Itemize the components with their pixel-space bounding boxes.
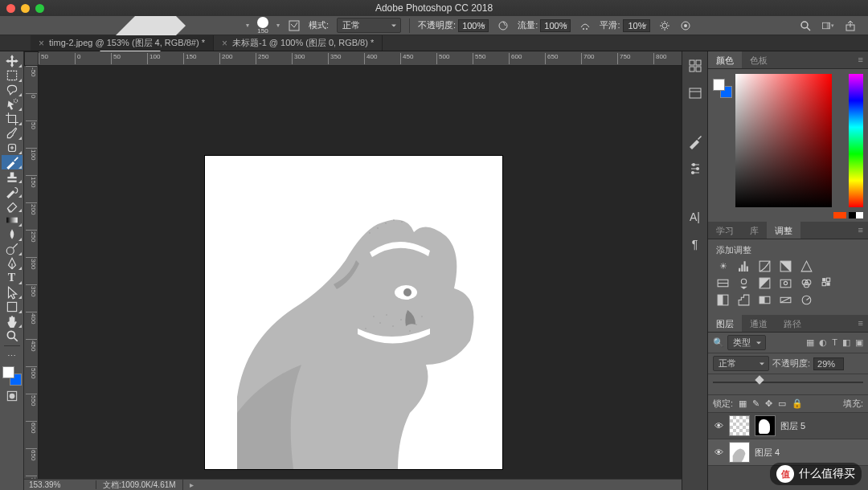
- layer-name[interactable]: 图层 5: [780, 420, 805, 432]
- brush-settings-panel-icon[interactable]: [687, 161, 703, 177]
- exposure-icon[interactable]: [779, 259, 792, 273]
- type-tool[interactable]: T: [2, 271, 23, 285]
- eraser-tool[interactable]: [2, 198, 23, 213]
- brightness-contrast-icon[interactable]: ☀: [716, 259, 730, 273]
- airbrush-icon[interactable]: [579, 19, 592, 32]
- maximize-window-button[interactable]: [35, 4, 44, 13]
- flow-input[interactable]: 100%: [540, 19, 571, 32]
- lock-all-icon[interactable]: 🔒: [792, 398, 803, 409]
- panel-menu-icon[interactable]: ≡: [854, 222, 868, 239]
- layer-row[interactable]: 👁 图层 5: [708, 413, 868, 439]
- zoom-tool[interactable]: [2, 329, 23, 343]
- workspace-switcher-icon[interactable]: ▾: [821, 19, 834, 32]
- photo-filter-icon[interactable]: [779, 276, 792, 290]
- layer-opacity-input[interactable]: 29%: [813, 357, 844, 370]
- filter-type-icon[interactable]: T: [832, 337, 837, 348]
- doc-tab-1[interactable]: × 未标题-1 @ 100% (图层 0, RGB/8) *: [214, 35, 383, 51]
- pen-tool[interactable]: [2, 256, 23, 271]
- document-canvas[interactable]: [205, 156, 502, 469]
- ruler-origin[interactable]: [24, 51, 39, 66]
- selective-color-icon[interactable]: [800, 293, 813, 307]
- doc-tab-0[interactable]: × timg-2.jpeg @ 153% (图层 4, RGB/8#) *: [31, 35, 214, 51]
- close-window-button[interactable]: [6, 4, 15, 13]
- brushes-panel-icon[interactable]: [687, 133, 703, 149]
- hue-sat-icon[interactable]: [716, 276, 730, 290]
- filter-search-icon[interactable]: 🔍: [713, 337, 724, 348]
- tab-adjustments[interactable]: 调整: [767, 222, 800, 239]
- lock-artboard-icon[interactable]: ▭: [778, 398, 786, 409]
- layer-name[interactable]: 图层 4: [755, 447, 780, 459]
- black-white-icon[interactable]: [758, 276, 772, 290]
- tab-paths[interactable]: 路径: [776, 315, 809, 332]
- vibrance-icon[interactable]: [800, 259, 813, 273]
- blend-mode-select[interactable]: 正常: [337, 18, 401, 33]
- search-icon[interactable]: [799, 19, 812, 32]
- visibility-toggle-icon[interactable]: 👁: [713, 447, 724, 457]
- channel-mixer-icon[interactable]: [800, 276, 813, 290]
- lock-position-icon[interactable]: ✥: [765, 398, 772, 409]
- marquee-tool[interactable]: [2, 68, 23, 83]
- close-tab-icon[interactable]: ×: [222, 38, 227, 49]
- lasso-tool[interactable]: [2, 83, 23, 97]
- shape-tool[interactable]: [2, 300, 23, 314]
- quick-select-tool[interactable]: [2, 97, 23, 112]
- layer-thumbnail[interactable]: [729, 442, 750, 463]
- crop-tool[interactable]: [2, 112, 23, 126]
- stamp-tool[interactable]: [2, 169, 23, 184]
- doc-info[interactable]: 文档:1009.0K/4.61M: [96, 480, 183, 491]
- gradient-tool[interactable]: [2, 213, 23, 227]
- color-lookup-icon[interactable]: [821, 276, 834, 290]
- color-panel-swatches[interactable]: [713, 76, 732, 98]
- panel-menu-icon[interactable]: ≡: [854, 51, 868, 68]
- tab-swatches[interactable]: 色板: [742, 51, 776, 68]
- opacity-slider[interactable]: [713, 377, 863, 388]
- history-brush-tool[interactable]: [2, 184, 23, 198]
- brush-panel-toggle-icon[interactable]: [288, 19, 301, 32]
- color-field[interactable]: [735, 74, 832, 207]
- paragraph-panel-icon[interactable]: ¶: [687, 236, 703, 252]
- hue-slider[interactable]: [849, 74, 863, 207]
- tab-color[interactable]: 颜色: [708, 51, 742, 68]
- layer-blend-mode[interactable]: 正常: [713, 356, 769, 371]
- threshold-icon[interactable]: [758, 293, 772, 307]
- brush-preview[interactable]: 150: [257, 17, 268, 35]
- foreground-color[interactable]: [2, 366, 14, 378]
- quickmask-toggle[interactable]: [2, 389, 23, 403]
- brush-tool[interactable]: [2, 155, 23, 169]
- lock-transparency-icon[interactable]: ▦: [739, 398, 747, 409]
- filter-pixel-icon[interactable]: ▦: [806, 337, 814, 348]
- minimize-window-button[interactable]: [21, 4, 30, 13]
- tab-channels[interactable]: 通道: [742, 315, 776, 332]
- opacity-input[interactable]: 100%: [458, 19, 489, 32]
- hand-tool[interactable]: [2, 314, 23, 329]
- edit-toolbar-icon[interactable]: ⋯: [2, 349, 23, 363]
- ruler-vertical[interactable]: -500501001502002503003504004505005506006…: [24, 66, 39, 479]
- smoothing-options-icon[interactable]: [658, 19, 671, 32]
- pressure-size-icon[interactable]: [679, 19, 692, 32]
- canvas-area[interactable]: 5005010015020025030035040045050055060065…: [24, 51, 682, 490]
- posterize-icon[interactable]: [737, 293, 751, 307]
- eyedropper-tool[interactable]: [2, 126, 23, 141]
- tab-learn[interactable]: 学习: [708, 222, 742, 239]
- gradient-map-icon[interactable]: [779, 293, 792, 307]
- zoom-level[interactable]: 153.39%: [24, 480, 96, 489]
- lock-image-icon[interactable]: ✎: [752, 398, 760, 409]
- close-tab-icon[interactable]: ×: [39, 38, 44, 49]
- doc-info-menu-icon[interactable]: ▸: [183, 480, 200, 489]
- properties-panel-icon[interactable]: [687, 85, 703, 101]
- move-tool[interactable]: [2, 54, 23, 68]
- path-select-tool[interactable]: [2, 285, 23, 300]
- levels-icon[interactable]: [737, 259, 751, 273]
- color-balance-icon[interactable]: [737, 276, 751, 290]
- filter-smart-icon[interactable]: ▣: [855, 337, 863, 348]
- healing-tool[interactable]: [2, 141, 23, 155]
- curves-icon[interactable]: [758, 259, 772, 273]
- character-panel-icon[interactable]: A|: [687, 209, 703, 225]
- visibility-toggle-icon[interactable]: 👁: [713, 421, 724, 431]
- layer-mask-thumbnail[interactable]: [755, 415, 776, 436]
- layer-filter-select[interactable]: 类型: [727, 335, 766, 350]
- history-panel-icon[interactable]: [687, 58, 703, 74]
- invert-icon[interactable]: [716, 293, 730, 307]
- share-icon[interactable]: [844, 19, 857, 32]
- layer-thumbnail[interactable]: [729, 415, 750, 436]
